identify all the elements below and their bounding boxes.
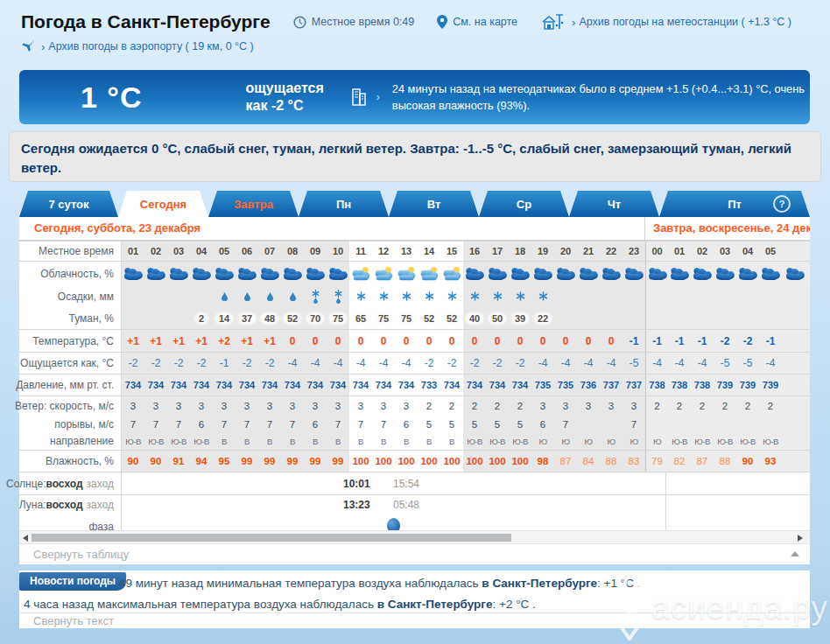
wind-value: 6	[190, 416, 213, 432]
tab-Пн[interactable]: Пн	[299, 191, 389, 217]
pressure-value: 737	[622, 374, 645, 396]
fog-value	[144, 307, 167, 329]
airport-archive-link[interactable]: Архив погоды в аэропорту ( 19 км, 0 °C )	[48, 40, 253, 52]
snow-icon	[418, 285, 440, 307]
tab-Ср[interactable]: Ср	[479, 191, 569, 217]
table-edge	[782, 285, 810, 307]
hour-label: 06	[236, 242, 258, 261]
hour-label: 18	[509, 242, 531, 261]
wind-direction-value: В	[440, 432, 463, 450]
wind-direction-value: Ю-В	[122, 432, 144, 450]
airplane-icon	[21, 38, 36, 54]
hour-label: 10	[327, 242, 349, 261]
tomorrow-date: Завтра, воскресенье, 24 декабря	[653, 221, 810, 234]
feels-like: ощущаетсякак -2 °C	[246, 80, 324, 115]
collapse-table-button[interactable]: Свернуть таблицу	[19, 543, 810, 564]
wind-value	[577, 416, 600, 432]
wind-direction-value: В	[395, 432, 418, 450]
wind-value: 7	[167, 416, 190, 432]
pressure-value: 734	[463, 374, 486, 396]
wind-value: 2	[714, 396, 736, 416]
temperature-value: 0	[577, 330, 600, 352]
wind-value: 5	[440, 416, 463, 432]
scroll-right-arrow-icon[interactable]	[798, 535, 803, 542]
wind-value	[759, 416, 782, 432]
tab-Чт[interactable]: Чт	[569, 191, 659, 217]
hour-label: 21	[577, 242, 600, 261]
cloud-icon	[736, 262, 759, 285]
precip-cell	[190, 285, 213, 307]
hour-label: 13	[395, 242, 418, 261]
wind-value: 2	[486, 396, 509, 416]
feels-like-value: -2	[258, 353, 281, 374]
precip-cell	[577, 285, 600, 307]
wind-value: 3	[372, 396, 395, 416]
row-humidity: Влажность, %9090919495999999999910010010…	[19, 450, 810, 472]
wind-direction-value: Ю-В	[486, 432, 509, 450]
hour-label: 02	[691, 242, 714, 261]
wind-value: 7	[327, 416, 349, 432]
tab-Вт[interactable]: Вт	[389, 191, 479, 217]
cloud-icon	[668, 262, 691, 285]
wind-value: 3	[167, 396, 190, 416]
fog-value: 48	[258, 307, 281, 329]
row-label: Облачность, %	[19, 262, 122, 285]
wind-value: 3	[281, 396, 304, 416]
pressure-value: 734	[213, 374, 236, 396]
humidity-value: 90	[122, 451, 144, 472]
wind-value: 7	[372, 416, 395, 432]
moon-rise-time: 13:23	[343, 499, 370, 511]
humidity-value: 100	[440, 451, 463, 472]
wind-direction-value: В	[327, 432, 349, 450]
map-link-item[interactable]: См. на карте	[437, 15, 517, 29]
scroll-left-arrow-icon[interactable]	[23, 535, 28, 542]
precip-cell	[622, 285, 645, 307]
feels-like-value: -2	[440, 353, 463, 374]
sun-rise-time: 10:01	[343, 478, 370, 490]
row-moon: Луна: восходзаход13:2305:48	[19, 494, 810, 514]
wind-direction-value: В	[258, 432, 281, 450]
wind-value: 3	[577, 396, 600, 416]
pressure-value: 734	[236, 374, 258, 396]
hour-label: 14	[418, 242, 440, 261]
fog-value: 50	[486, 307, 509, 329]
tab-7 суток[interactable]: 7 суток	[19, 191, 118, 217]
table-edge	[782, 353, 810, 374]
feels-like-value: -2	[236, 353, 258, 374]
help-icon[interactable]: ?	[773, 195, 791, 213]
wind-direction-value: Ю	[577, 432, 600, 450]
collapse-text-button[interactable]: Свернуть текст	[19, 612, 810, 628]
cloud-icon	[531, 262, 554, 285]
temperature-value: 0	[531, 330, 554, 352]
hour-label: 08	[281, 242, 304, 261]
tab-Сегодня[interactable]: Сегодня	[118, 191, 208, 217]
hour-label: 12	[372, 242, 395, 261]
fog-value	[167, 307, 190, 329]
table-scrollbar[interactable]	[19, 530, 810, 543]
pressure-value: 738	[645, 374, 668, 396]
station-link-item[interactable]: › Архив погоды на метеостанции ( +1.3 °C…	[540, 13, 791, 31]
row-label: направление	[19, 432, 122, 450]
pressure-value: 734	[122, 374, 144, 396]
scrollbar-thumb[interactable]	[32, 534, 511, 542]
row-label: Осадки, мм	[19, 285, 122, 307]
map-link[interactable]: См. на карте	[453, 16, 517, 28]
pressure-value: 734	[486, 374, 509, 396]
temperature-value: -1	[691, 330, 714, 352]
wind-value: 2	[691, 396, 714, 416]
wind-value: 7	[554, 416, 577, 432]
row-cloud: Облачность, %	[19, 261, 810, 285]
table-edge	[782, 374, 810, 396]
tab-Пт[interactable]: Пт?	[659, 191, 810, 217]
temperature-value: 0	[463, 330, 486, 352]
fog-value: 52	[440, 307, 463, 329]
feels-like-value: -4	[372, 353, 395, 374]
row-time: Местное время010203040506070809101112131…	[19, 242, 810, 261]
station-archive-link[interactable]: Архив погоды на метеостанции ( +1.3 °C )	[579, 16, 791, 28]
hour-label: 05	[759, 242, 782, 261]
fog-value	[714, 307, 736, 329]
tab-Завтра[interactable]: Завтра	[208, 191, 299, 217]
pressure-value: 734	[395, 374, 418, 396]
wind-value	[691, 416, 714, 432]
feels-like-value: -2	[509, 353, 531, 374]
